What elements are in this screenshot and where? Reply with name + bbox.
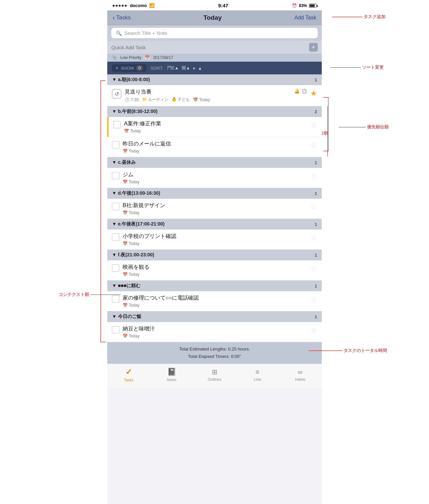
tab-tasks[interactable]: ✓ Tasks bbox=[117, 367, 140, 382]
task-date: 📅 Today bbox=[123, 180, 139, 184]
section-title-a: ▼ a.朝(6:00-8:00) bbox=[112, 77, 150, 83]
sort-icon-3[interactable]: ♦ bbox=[193, 66, 195, 71]
task-date: 📅 Today bbox=[124, 129, 141, 133]
triangle-down-icon: ▼ bbox=[115, 66, 119, 70]
sort-icon-1[interactable]: 門E▲ bbox=[167, 65, 179, 71]
total-lengths: Total Estimated Lengths: 0.25 hours. bbox=[112, 345, 317, 353]
tab-habits-label: Habits bbox=[295, 377, 305, 381]
battery-percent: 83% bbox=[299, 3, 307, 8]
sort-icons: 門E▲ 圖▲ ♦ ▲ bbox=[167, 65, 202, 71]
task-repeat-icon[interactable]: ↺ bbox=[112, 89, 121, 99]
status-carrier: docomo 📶 bbox=[113, 3, 155, 8]
section-count-g: 1 bbox=[315, 284, 317, 289]
task-star-button[interactable]: ☆ bbox=[310, 121, 317, 130]
tab-outlines[interactable]: ⊞ Outlines bbox=[203, 368, 226, 381]
carrier-name: docomo bbox=[130, 3, 147, 8]
section-count-f: 1 bbox=[315, 253, 317, 258]
sort-icon-2[interactable]: 圖▲ bbox=[182, 65, 190, 71]
section-b: ▼ b.午前(8:30-12:00) 2 優先順位順 A案件:修正作業 📅 To… bbox=[107, 106, 322, 157]
chevron-left-icon: ‹ bbox=[113, 14, 115, 21]
priority-order-bracket bbox=[327, 106, 328, 156]
quick-add-input[interactable] bbox=[111, 45, 309, 50]
task-content: 納豆と味噌汁 📅 Today bbox=[123, 325, 307, 338]
section-g: ▼ ■■■に頼む 1 家の修理について○○に電話確認 📅 Today ☆ bbox=[107, 280, 322, 311]
section-f: ▼ f.夜(21:00-23:00) 1 映画を観る 📅 Today ☆ bbox=[107, 250, 322, 280]
task-title: 見送り当番 bbox=[125, 88, 291, 96]
tab-habits[interactable]: ∞ Habits bbox=[289, 368, 312, 381]
task-item: B社:新規デザイン 📅 Today ☆ bbox=[107, 199, 322, 219]
task-star-button[interactable]: ☆ bbox=[310, 264, 317, 273]
section-title-f: ▼ f.夜(21:00-23:00) bbox=[112, 252, 154, 258]
task-star-button[interactable]: ☆ bbox=[310, 326, 317, 335]
task-checkbox[interactable] bbox=[112, 172, 119, 179]
task-star-button[interactable]: ☆ bbox=[310, 141, 317, 150]
phone-container: docomo 📶 9:47 ⏰ 83% ‹ Tasks Today Add Ta… bbox=[107, 0, 322, 504]
section-c: ▼ c.昼休み 1 ジム 📅 Today ☆ bbox=[107, 157, 322, 188]
search-input[interactable]: 🔍 Search Title + Note bbox=[111, 28, 318, 38]
task-item: ジム 📅 Today ☆ bbox=[107, 168, 322, 188]
status-time: 9:47 bbox=[218, 3, 228, 8]
task-star-button[interactable]: ☆ bbox=[310, 203, 317, 211]
page-title: Today bbox=[203, 14, 222, 21]
task-meta: 🕐 7:30 📁 ルーティン 👶 子ども 📅 Today bbox=[125, 97, 291, 103]
nav-bar: ‹ Tasks Today Add Task タスク追加 bbox=[107, 10, 322, 25]
task-item: 納豆と味噌汁 📅 Today ☆ bbox=[107, 322, 322, 342]
section-header-g: ▼ ■■■に頼む 1 bbox=[107, 280, 322, 291]
calendar-icon: 📅 bbox=[145, 55, 150, 60]
section-header-b: ▼ b.午前(8:30-12:00) 2 bbox=[107, 106, 322, 117]
tab-lists-label: Lists bbox=[254, 377, 261, 381]
section-count-d: 1 bbox=[315, 191, 317, 196]
task-content: 昨日のメールに返信 📅 Today bbox=[123, 140, 307, 153]
section-header-c: ▼ c.昼休み 1 bbox=[107, 157, 322, 168]
sections-container: ▼ a.朝(6:00-8:00) 1 ↺ 見送り当番 🕐 7:30 📁 ルーティ… bbox=[107, 74, 322, 342]
task-date: 📅 Today bbox=[123, 241, 139, 246]
task-checkbox[interactable] bbox=[112, 203, 119, 210]
task-star-button[interactable]: ★ bbox=[310, 89, 317, 98]
context-order-vert-line bbox=[101, 80, 101, 342]
section-title-d: ▼ d.午後(13:00-16:30) bbox=[112, 190, 160, 196]
task-meta: 📅 Today bbox=[123, 210, 307, 215]
priority-icon: 📎 bbox=[112, 55, 117, 60]
battery-icon bbox=[309, 4, 316, 8]
add-task-button[interactable]: Add Task bbox=[294, 15, 316, 21]
task-right-icons: 🔔 📋 bbox=[294, 88, 307, 93]
sort-icon-4[interactable]: ▲ bbox=[198, 66, 202, 71]
task-date: 📅 Today bbox=[193, 98, 210, 102]
task-star-button[interactable]: ☆ bbox=[310, 234, 317, 242]
task-checkbox[interactable] bbox=[112, 326, 119, 333]
section-title-b: ▼ b.午前(8:30-12:00) bbox=[112, 109, 158, 115]
section-count-e: 1 bbox=[315, 222, 317, 227]
task-checkbox[interactable] bbox=[112, 264, 119, 272]
priority-label: Low Priority bbox=[120, 55, 141, 60]
section-header-a: ▼ a.朝(6:00-8:00) 1 bbox=[107, 74, 322, 85]
date-label: 2017/08/17 bbox=[153, 55, 173, 60]
tab-notes-label: Notes bbox=[167, 378, 177, 382]
back-button[interactable]: ‹ Tasks bbox=[113, 14, 131, 21]
section-count-b: 2 bbox=[315, 109, 317, 114]
task-checkbox[interactable] bbox=[112, 234, 119, 241]
task-content: ジム 📅 Today bbox=[123, 171, 307, 184]
quick-add-submit-button[interactable]: + bbox=[309, 43, 318, 52]
search-bar: 🔍 Search Title + Note bbox=[107, 25, 322, 41]
note-icon: 📋 bbox=[302, 88, 307, 93]
task-star-button[interactable]: ☆ bbox=[310, 295, 317, 304]
show-count-badge: 0 bbox=[136, 65, 143, 71]
task-meta: 📅 Today bbox=[123, 272, 307, 277]
back-label[interactable]: Tasks bbox=[116, 14, 131, 21]
task-checkbox[interactable] bbox=[113, 121, 121, 128]
search-placeholder: Search Title + Note bbox=[124, 30, 167, 36]
task-item: 昨日のメールに返信 📅 Today ☆ bbox=[107, 137, 322, 157]
tab-tasks-label: Tasks bbox=[124, 378, 133, 382]
show-label: SHOW bbox=[121, 66, 134, 71]
priority-bar: 📎 Low Priority 📅 2017/08/17 bbox=[107, 54, 322, 62]
tab-lists[interactable]: ≡ Lists bbox=[246, 368, 269, 381]
show-button[interactable]: ▼ SHOW 0 bbox=[112, 64, 146, 72]
tasks-icon: ✓ bbox=[125, 367, 132, 377]
tab-notes[interactable]: 📓 Notes bbox=[160, 368, 183, 382]
outlines-icon: ⊞ bbox=[212, 368, 218, 376]
task-checkbox[interactable] bbox=[112, 295, 119, 303]
task-item: ↺ 見送り当番 🕐 7:30 📁 ルーティン 👶 子ども 📅 Today 🔔 📋… bbox=[107, 85, 322, 106]
task-checkbox[interactable] bbox=[112, 141, 119, 148]
signal-dot bbox=[119, 5, 121, 7]
task-star-button[interactable]: ☆ bbox=[310, 172, 317, 181]
